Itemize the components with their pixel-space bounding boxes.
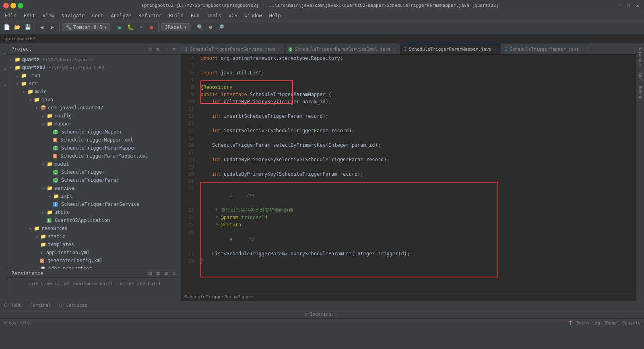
tree-item-model[interactable]: ▾ 📁 model bbox=[8, 160, 181, 168]
maximize-button[interactable]: ❐ bbox=[625, 2, 632, 9]
tree-item-quartz[interactable]: ▾ 📁 quartz E:\Y2\Quartz\quartz bbox=[8, 55, 181, 64]
tree-item-templates[interactable]: 📁 templates bbox=[8, 240, 181, 248]
database-panel-label[interactable]: Database bbox=[637, 43, 643, 69]
menu-edit[interactable]: Edit bbox=[21, 12, 39, 19]
stop-button[interactable]: ■ bbox=[147, 23, 156, 32]
tab-close-4[interactable]: ✕ bbox=[581, 47, 584, 51]
menu-build[interactable]: Build bbox=[166, 12, 187, 19]
tree-item-package[interactable]: ▾ 📦 com.javaxl.quartz02 bbox=[8, 104, 181, 112]
tree-item-static[interactable]: ▸ 📁 static bbox=[8, 232, 181, 240]
persistence-close-icon[interactable]: ✕ bbox=[171, 270, 178, 277]
new-file-button[interactable]: 📄 bbox=[2, 23, 11, 32]
search-everywhere-button[interactable]: 🔍 bbox=[196, 23, 204, 32]
status-jrebel[interactable]: JRebel Console bbox=[603, 320, 641, 326]
run-with-coverage-button[interactable]: ⚡ bbox=[136, 23, 145, 32]
menu-tools[interactable]: Tools bbox=[204, 12, 225, 19]
close-button[interactable]: ✕ bbox=[634, 2, 641, 9]
tree-item-scheduletriggerparam[interactable]: C ScheduleTriggerParam bbox=[8, 176, 181, 184]
persistence-settings-icon[interactable]: ⚙ bbox=[163, 270, 169, 277]
menu-refactor[interactable]: Refactor bbox=[135, 12, 165, 19]
menu-vcs[interactable]: VCS bbox=[225, 12, 241, 19]
status-event-log[interactable]: Event Log bbox=[576, 320, 601, 326]
tree-item-scheduletrigger[interactable]: C ScheduleTrigger bbox=[8, 168, 181, 176]
menu-code[interactable]: Code bbox=[89, 12, 107, 19]
activity-bar: 1 2 3 bbox=[0, 43, 8, 301]
jrebel-dropdown-icon: ▾ bbox=[184, 25, 187, 30]
tab-terminal[interactable]: Terminal bbox=[27, 302, 54, 309]
activity-project-icon[interactable]: 1 bbox=[1, 45, 7, 61]
menu-navigate[interactable]: Navigate bbox=[58, 12, 88, 19]
tree-item-mapper[interactable]: ▾ 📁 mapper bbox=[8, 120, 181, 128]
tab-label-1: ScheduleTriggerParamService.java bbox=[190, 47, 275, 52]
line-content-26: ⊖ */ bbox=[197, 228, 636, 250]
tab-close-2[interactable]: ✕ bbox=[393, 47, 396, 51]
tab-label-3: ScheduleTriggerParamMapper.java bbox=[409, 47, 491, 52]
tree-item-main[interactable]: ▾ 📁 main bbox=[8, 88, 181, 96]
tree-item-utils[interactable]: ▸ 📁 utils bbox=[8, 208, 181, 216]
menu-window[interactable]: Window bbox=[241, 12, 265, 19]
tab-scheduletriggermapper[interactable]: I ScheduleTriggerMapper.java ✕ bbox=[501, 44, 588, 54]
forward-button[interactable]: ▶ bbox=[48, 23, 57, 32]
back-button[interactable]: ◀ bbox=[37, 23, 46, 32]
ant-panel-label[interactable]: Ant bbox=[637, 69, 643, 83]
jrebel-label: JRebel bbox=[165, 25, 182, 30]
tab-scheduletriggerparamserviceimpl[interactable]: C ScheduleTriggerParamServiceImpl.java ✕ bbox=[285, 44, 400, 54]
tab-services[interactable]: 8: Services bbox=[57, 302, 90, 309]
tree-item-src[interactable]: ▾ 📁 src bbox=[8, 80, 181, 88]
menu-run[interactable]: Run bbox=[188, 12, 203, 19]
code-line-22: 22 ⊖ /** bbox=[181, 185, 636, 207]
run-button[interactable]: ▶ bbox=[116, 23, 124, 32]
persistence-layout-icon[interactable]: ▤ bbox=[147, 270, 153, 277]
project-close-icon[interactable]: ✕ bbox=[171, 46, 178, 52]
tree-item-impl[interactable]: ▸ 📁 impl bbox=[8, 192, 181, 200]
menu-help[interactable]: Help bbox=[266, 12, 284, 19]
line-num-4: 4 bbox=[181, 55, 197, 62]
status-right: 中 Event Log JRebel Console bbox=[568, 320, 641, 326]
tab-todo[interactable]: 6: TODO bbox=[2, 302, 24, 309]
tree-item-service[interactable]: ▾ 📁 service bbox=[8, 184, 181, 192]
jrebel-selector[interactable]: JRebel ▾ bbox=[161, 23, 190, 31]
menu-file[interactable]: File bbox=[2, 12, 20, 19]
minimize-button[interactable]: — bbox=[617, 2, 623, 9]
tab-close-3[interactable]: ✕ bbox=[494, 47, 496, 51]
tab-scheduletriggerparamservice[interactable]: I ScheduleTriggerParamService.java ✕ bbox=[181, 44, 285, 54]
tab-close-1[interactable]: ✕ bbox=[278, 47, 280, 51]
tree-item-mvn[interactable]: ▸ 📁 .mvn bbox=[8, 72, 181, 80]
tree-item-quartz02[interactable]: ▾ 📁 quartz02 E:\Y2\Quartz\quartz02 bbox=[8, 64, 181, 72]
persistence-filter-icon[interactable]: ≡ bbox=[155, 270, 161, 277]
debug-button[interactable]: 🐛 bbox=[126, 23, 135, 32]
tree-item-jdbc-properties[interactable]: 📋 jdbc.properties bbox=[8, 265, 181, 269]
tree-item-scheduletriggermapper-class[interactable]: C ScheduleTriggerMapper bbox=[8, 128, 181, 136]
open-button[interactable]: 📂 bbox=[13, 23, 22, 32]
project-expand-icon[interactable]: ≡ bbox=[163, 46, 169, 52]
tree-item-quartz02application[interactable]: C Quartz02Application bbox=[8, 216, 181, 224]
code-line-11: 11 bbox=[181, 105, 636, 113]
tree-item-java[interactable]: ▾ 📁 java bbox=[8, 96, 181, 104]
activity-structure-icon[interactable]: 2 bbox=[1, 61, 7, 77]
line-content-14: int insertSelective(ScheduleTriggerParam… bbox=[197, 127, 636, 134]
tomcat-selector[interactable]: 🔧 Tomcat 8.5 ▾ bbox=[62, 23, 110, 31]
activity-persistence-icon[interactable]: 3 bbox=[1, 77, 7, 93]
menu-analyze[interactable]: Analyze bbox=[107, 12, 134, 19]
tree-item-scheduletriggerparammapper-xml[interactable]: X ScheduleTriggerParamMapper.xml bbox=[8, 152, 181, 160]
tree-item-scheduletriggermapper-xml[interactable]: X ScheduleTriggerMapper.xml bbox=[8, 136, 181, 144]
tree-item-scheduletriggerparammapper-class[interactable]: C ScheduleTriggerParamMapper bbox=[8, 144, 181, 152]
settings-button[interactable]: ⚙ bbox=[206, 23, 215, 32]
tree-item-config[interactable]: ▸ 📁 config bbox=[8, 112, 181, 120]
project-settings-icon[interactable]: ⚙ bbox=[147, 46, 153, 52]
code-line-24: 24 * @param triggerId bbox=[181, 214, 636, 221]
line-num-10: 10 bbox=[181, 98, 197, 105]
project-sort-icon[interactable]: ⇅ bbox=[155, 46, 161, 52]
code-line-7: 7 bbox=[181, 76, 636, 84]
menu-view[interactable]: View bbox=[39, 12, 58, 19]
maven-panel-label[interactable]: Maven bbox=[637, 83, 643, 101]
tab-terminal-label: Terminal bbox=[30, 303, 51, 308]
search-button[interactable]: 🔎 bbox=[217, 23, 225, 32]
tree-item-application-yml[interactable]: Y application.yml bbox=[8, 248, 181, 257]
code-editor[interactable]: 4 import org.springframework.stereotype.… bbox=[181, 55, 636, 293]
tree-item-resources[interactable]: ▾ 📁 resources bbox=[8, 224, 181, 232]
tab-scheduletriggerparammapper[interactable]: I ScheduleTriggerParamMapper.java ✕ bbox=[400, 44, 501, 54]
save-button[interactable]: 💾 bbox=[23, 23, 32, 32]
tree-item-generatorconfig-xml[interactable]: X generatorConfig.xml bbox=[8, 257, 181, 265]
tree-item-scheduletriggerparamservice[interactable]: I ScheduleTriggerParamService bbox=[8, 200, 181, 208]
